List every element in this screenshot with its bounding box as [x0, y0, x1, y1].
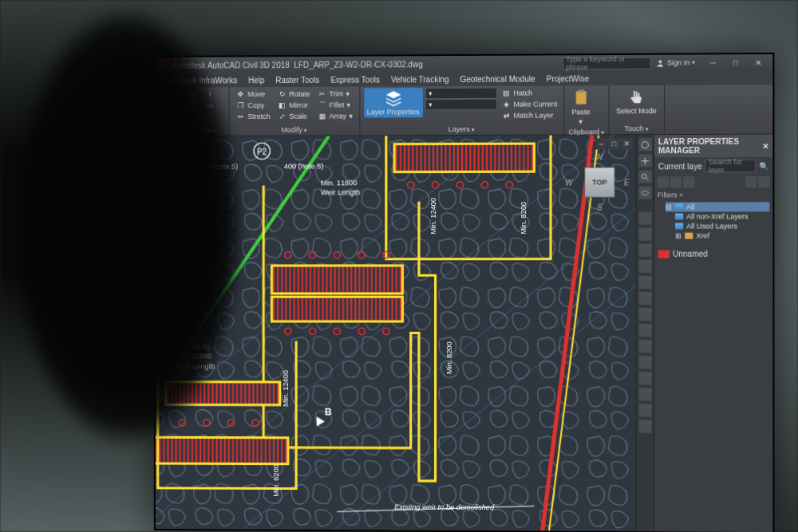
window-maximize-button[interactable]: □	[725, 56, 747, 69]
compass-n: N	[597, 152, 602, 161]
unnamed-layer-label: Unnamed	[673, 250, 708, 258]
svg-rect-2	[578, 89, 583, 93]
match-layer-button[interactable]: ⇄Match Layer	[500, 110, 560, 121]
layer-search-input[interactable]: Search for layer	[705, 160, 756, 172]
paste-icon	[572, 89, 590, 106]
monitor-screen: Autodesk AutoCAD Civil 3D 2018 LFD_ARP_Z…	[154, 53, 775, 532]
orbit-button[interactable]	[638, 186, 651, 199]
scale-button[interactable]: ⤢Scale	[275, 111, 313, 122]
menu-express-tools[interactable]: Express Tools	[325, 75, 385, 84]
draw-polyline-button[interactable]: ⌇	[203, 89, 217, 100]
make-current-icon: ◈	[502, 100, 512, 109]
make-current-button[interactable]: ◈Make Current	[500, 98, 560, 109]
tool-10[interactable]	[638, 356, 651, 368]
draw-rect-button[interactable]: ▭	[203, 100, 217, 111]
window-minimize-button[interactable]: ─	[701, 56, 724, 69]
view-cube-face[interactable]: TOP	[584, 167, 614, 197]
mirror-button[interactable]: ◧Mirror	[275, 100, 313, 111]
svg-text:B: B	[325, 406, 332, 417]
ribbon-panel-label-modify: Modify	[234, 124, 355, 134]
svg-text:Weir Length: Weir Length	[176, 362, 215, 370]
viewport-maximize-button[interactable]: □	[608, 138, 619, 149]
sign-in-button[interactable]: Sign In▾	[656, 58, 695, 67]
draw-circle-button[interactable]: ○	[186, 100, 200, 111]
tool-3[interactable]	[638, 244, 651, 257]
pan-button[interactable]	[638, 154, 651, 167]
viewport-controls: – □ ✕	[595, 138, 632, 149]
new-group-button[interactable]	[670, 176, 681, 187]
zoom-button[interactable]	[638, 170, 651, 183]
drawing-canvas[interactable]: P2 400 (note 5) 400 (note 5) Min. 11800 …	[156, 135, 636, 531]
filter-xref[interactable]: ⊞Xref	[666, 231, 769, 240]
tool-13[interactable]	[638, 404, 651, 417]
filter-used[interactable]: All Used Layers	[666, 221, 769, 231]
tool-4[interactable]	[638, 260, 651, 273]
svg-line-56	[646, 178, 649, 180]
layer-properties-button[interactable]: Layer Properties	[364, 88, 423, 117]
folder-icon	[685, 233, 693, 239]
new-layer-button[interactable]	[658, 176, 669, 187]
fillet-button[interactable]: ⌒Fillet▾	[315, 100, 355, 111]
viewport-minimize-button[interactable]: –	[595, 138, 606, 149]
rotate-button[interactable]: ↻Rotate	[275, 89, 313, 100]
menu-projectwise[interactable]: ProjectWise	[541, 74, 595, 83]
settings-button[interactable]	[758, 176, 769, 187]
tool-5[interactable]	[638, 276, 651, 289]
filter-all[interactable]: ⊟All	[666, 202, 769, 211]
svg-point-0	[659, 60, 662, 63]
layer-state-dropdown[interactable]: ▾	[425, 99, 497, 110]
trim-button[interactable]: ✂Trim▾	[315, 89, 355, 100]
paste-button[interactable]: Paste▾	[568, 87, 593, 127]
ribbon-panel-label-touch: Touch	[613, 124, 659, 132]
compass-w: W	[565, 178, 572, 187]
tool-8[interactable]	[638, 324, 651, 337]
tool-7[interactable]	[638, 308, 651, 321]
draw-line-button[interactable]: ╱	[186, 89, 200, 100]
tool-11[interactable]	[638, 372, 651, 384]
menu-raster-tools[interactable]: Raster Tools	[270, 75, 325, 84]
copy-button[interactable]: ❐Copy	[234, 100, 273, 111]
hatch-button[interactable]: ▨Hatch	[500, 87, 560, 98]
window-close-button[interactable]: ✕	[747, 56, 769, 69]
tool-9[interactable]	[638, 340, 651, 353]
tool-1[interactable]	[638, 212, 651, 225]
array-button[interactable]: ▦Array▾	[315, 111, 355, 122]
ribbon-panel-label-layers: Layers	[364, 124, 559, 134]
view-cube[interactable]: N S E W TOP	[571, 154, 627, 210]
menu-geotech-module[interactable]: Geotechnical Module	[455, 74, 541, 84]
svg-rect-17	[156, 437, 288, 463]
palette-header[interactable]: LAYER PROPERTIES MANAGER ✕	[654, 135, 773, 158]
layer-properties-palette: LAYER PROPERTIES MANAGER ✕ Current laye …	[654, 135, 773, 532]
delete-layer-button[interactable]	[683, 176, 694, 187]
layers-icon	[675, 203, 683, 210]
tool-14[interactable]	[638, 420, 651, 433]
tool-12[interactable]	[638, 388, 651, 400]
tool-6[interactable]	[638, 292, 651, 305]
draw-ellipse-button[interactable]: ⬭	[203, 111, 217, 122]
ribbon-main-dropdown[interactable]	[160, 89, 184, 110]
menu-vehicle-tracking[interactable]: Vehicle Tracking	[385, 75, 455, 84]
viewport-close-button[interactable]: ✕	[622, 138, 633, 149]
move-button[interactable]: ✥Move	[234, 89, 273, 100]
help-search-input[interactable]: Type a keyword or phrase	[563, 57, 651, 69]
search-icon[interactable]: 🔍	[759, 161, 768, 170]
svg-text:Min. 8200: Min. 8200	[445, 341, 453, 374]
menu-help[interactable]: Help	[243, 76, 270, 85]
fillet-icon: ⌒	[318, 100, 327, 110]
stretch-button[interactable]: ⇔Stretch	[234, 111, 273, 122]
filters-label: Filters	[658, 191, 678, 199]
menu-infraworks[interactable]: Autodesk InfraWorks	[159, 76, 243, 85]
refresh-button[interactable]	[745, 176, 757, 187]
svg-text:P2: P2	[257, 147, 267, 156]
layers-icon	[675, 223, 683, 230]
trim-icon: ✂	[318, 89, 327, 99]
tool-2[interactable]	[638, 228, 651, 241]
filter-non-xref[interactable]: All non-Xref Layers	[666, 211, 769, 221]
svg-text:Min. 8200: Min. 8200	[519, 202, 527, 234]
select-mode-button[interactable]: Select Mode	[613, 87, 659, 116]
palette-close-icon[interactable]: ✕	[762, 141, 768, 150]
layer-dropdown[interactable]: ▾	[425, 88, 497, 99]
ribbon: x ╱ ○ ◡ ⌇ ▭ ⬭ Draw ✥Move ❐	[156, 85, 773, 136]
nav-wheel-button[interactable]	[638, 138, 651, 151]
draw-arc-button[interactable]: ◡	[186, 111, 200, 122]
